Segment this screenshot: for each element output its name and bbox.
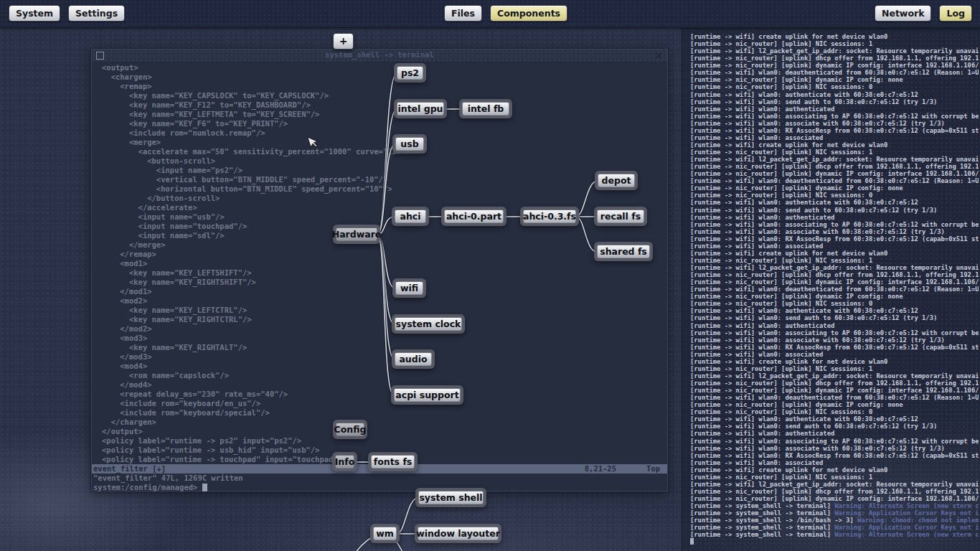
log-line: [runtime -> wifi] wlan0: authenticate wi… <box>690 415 979 423</box>
graph-node-label: ahci <box>395 209 426 223</box>
graph-node-label: usb <box>395 137 424 151</box>
topbar-button-network[interactable]: Network <box>875 5 932 22</box>
log-cursor <box>690 538 694 545</box>
graph-node-acpi_support[interactable]: acpi support <box>391 385 463 405</box>
log-line: [runtime -> nic_router] [uplink] NIC ses… <box>690 83 979 90</box>
log-line: [runtime -> wifi] l2_packet_get_ip_addr:… <box>690 264 979 271</box>
terminal-text[interactable]: <output> <chargen> <remap> <key name="KE… <box>92 62 667 464</box>
log-line: [runtime -> nic_router] [uplink] NIC ses… <box>690 365 979 372</box>
graph-node-fonts_fs[interactable]: fonts fs <box>368 452 418 471</box>
log-line: [runtime -> wifi] wlan0: send auth to 60… <box>690 98 979 105</box>
log-line: [runtime -> wifi] wlan0: send auth to 60… <box>690 314 979 321</box>
graph-node-ahci[interactable]: ahci <box>392 207 429 226</box>
log-line: [runtime -> nic_router] [uplink] NIC ses… <box>690 257 979 264</box>
graph-node-hardware[interactable]: Hardware <box>333 225 380 244</box>
graph-node-wm[interactable]: wm <box>370 524 400 543</box>
log-line: [runtime -> wifi] create uplink for net … <box>690 33 979 40</box>
log-line: [runtime -> nic_router] [uplink] dynamic… <box>690 401 979 408</box>
graph-node-label: wifi <box>395 281 423 295</box>
graph-node-system_shell[interactable]: system shell <box>415 488 486 507</box>
log-line: [runtime -> nic_router] [uplink] NIC ses… <box>690 300 979 307</box>
topbar-button-settings[interactable]: Settings <box>68 5 125 22</box>
graph-node-label: recall fs <box>597 209 644 223</box>
log-line: [runtime -> wifi] create uplink for net … <box>690 250 979 257</box>
graph-node-label: acpi support <box>394 388 461 402</box>
log-line: [runtime -> wifi] l2_packet_get_ip_addr:… <box>690 372 979 380</box>
graph-node-window_layouter[interactable]: window layouter <box>415 524 501 543</box>
graph-node-ps2[interactable]: ps2 <box>394 63 426 83</box>
log-line: [runtime -> wifi] wlan0: authenticate wi… <box>690 91 979 98</box>
log-line: [runtime -> nic_router] [uplink] dhcp of… <box>690 55 979 62</box>
log-line: [runtime -> nic_router] [uplink] NIC ses… <box>690 149 979 156</box>
topbar-button-system[interactable]: System <box>9 5 60 22</box>
statusbar-scroll-state: Top <box>646 464 660 474</box>
log-line: [runtime -> wifi] create uplink for net … <box>690 466 979 474</box>
log-line: [runtime -> wifi] wlan0: associated <box>690 242 979 250</box>
log-line: [runtime -> nic_router] [uplink] dhcp of… <box>690 488 979 495</box>
log-line: [runtime -> wifi] wlan0: associate with … <box>690 445 979 452</box>
topbar-button-components[interactable]: Components <box>490 5 567 22</box>
graph-node-info[interactable]: Info <box>332 452 357 471</box>
log-line: [runtime -> wifi] l2_packet_get_ip_addr:… <box>690 47 979 55</box>
log-line: [runtime -> wifi] wlan0: RX AssocResp fr… <box>690 344 979 351</box>
log-line: [runtime -> wifi] wlan0: send auth to 60… <box>690 207 979 214</box>
log-line: [runtime -> nic_router] [uplink] dynamic… <box>690 62 979 69</box>
graph-node-ahci_0_3_fs[interactable]: ahci-0.3.fs <box>520 207 579 226</box>
graph-node-label: ahci-0.3.fs <box>523 209 576 223</box>
log-line: [runtime -> nic_router] [uplink] dhcp of… <box>690 163 979 170</box>
graph-node-label: shared fs <box>597 245 650 258</box>
graph-node-label: fonts fs <box>371 455 415 468</box>
graph-node-recall_fs[interactable]: recall fs <box>594 207 647 226</box>
log-line: [runtime -> nic_router] [uplink] dynamic… <box>690 293 979 300</box>
log-line: [runtime -> nic_router] [uplink] NIC ses… <box>690 192 979 199</box>
log-line: [runtime -> wifi] wlan0: associating to … <box>690 329 979 336</box>
log-line: [runtime -> wifi] wlan0: authenticated <box>690 322 979 329</box>
graph-node-audio[interactable]: audio <box>392 349 435 369</box>
graph-node-config[interactable]: Config <box>333 420 367 439</box>
log-line: [runtime -> wifi] wlan0: associated <box>690 351 979 358</box>
terminal-window: system_shell -> terminal × <output> <cha… <box>91 49 668 491</box>
log-line: [runtime -> wifi] wlan0: RX AssocResp fr… <box>690 452 979 459</box>
topbar-button-log[interactable]: Log <box>939 5 972 22</box>
log-line: [runtime -> wifi] wlan0: associate with … <box>690 120 979 127</box>
top-menubar: SystemSettings FilesComponents NetworkLo… <box>0 0 980 28</box>
log-line: [runtime -> wifi] wlan0: associating to … <box>690 113 979 120</box>
topbar-button-files[interactable]: Files <box>444 5 482 22</box>
log-line: [runtime -> wifi] wlan0: deauthenticated… <box>690 177 979 184</box>
log-line: [runtime -> wifi] wlan0: authenticated <box>690 105 979 113</box>
close-icon[interactable]: × <box>654 50 663 61</box>
log-line: [runtime -> wifi] wlan0: authenticate wi… <box>690 199 979 206</box>
log-line: [runtime -> system_shell -> terminal] Wa… <box>690 502 979 509</box>
log-line: [runtime -> system_shell -> terminal] Wa… <box>690 531 979 538</box>
graph-node-label: audio <box>395 352 432 366</box>
statusbar-filename: event_filter [+] <box>93 464 166 474</box>
graph-node-label: intel gpu <box>397 102 444 116</box>
graph-node-intel_gpu[interactable]: intel gpu <box>394 99 447 118</box>
log-line: [runtime -> wifi] create uplink for net … <box>690 358 979 365</box>
shell-prompt[interactable]: system:/config/managed> <box>92 483 667 492</box>
log-line: [runtime -> wifi] wlan0: associate with … <box>690 336 979 344</box>
graph-node-usb[interactable]: usb <box>392 134 427 154</box>
graph-node-system_clock[interactable]: system clock <box>392 314 465 334</box>
log-line: [runtime -> wifi] wlan0: deauthenticated… <box>690 394 979 401</box>
graph-node-depot[interactable]: depot <box>595 171 638 190</box>
graph-node-intel_fb[interactable]: intel fb <box>459 99 512 118</box>
graph-node-label: Info <box>335 455 354 468</box>
window-titlebar[interactable]: system_shell -> terminal × <box>92 50 667 62</box>
graph-add-node-button[interactable]: + <box>333 33 354 50</box>
log-line: [runtime -> nic_router] [uplink] dynamic… <box>690 170 979 177</box>
graph-node-label: window layouter <box>418 527 499 540</box>
graph-node-label: ahci-0.part <box>444 209 504 223</box>
graph-node-wifi[interactable]: wifi <box>392 278 426 298</box>
editor-message: "event_filter" 47L, 1269C written <box>92 474 667 483</box>
log-line: [runtime -> system_shell -> terminal] Wa… <box>690 509 979 517</box>
log-line: [runtime -> wifi] wlan0: associated <box>690 134 979 141</box>
graph-node-shared_fs[interactable]: shared fs <box>594 242 653 261</box>
log-line: [runtime -> system_shell -> terminal] Wa… <box>690 524 979 531</box>
log-line: [runtime -> nic_router] [uplink] dhcp of… <box>690 380 979 387</box>
log-line: [runtime -> nic_router] [uplink] dynamic… <box>690 278 979 286</box>
log-line: [runtime -> wifi] create uplink for net … <box>690 141 979 149</box>
log-line: [runtime -> wifi] wlan0: associating to … <box>690 438 979 445</box>
graph-node-ahci_0_part[interactable]: ahci-0.part <box>441 207 507 226</box>
log-line: [runtime -> wifi] wlan0: associating to … <box>690 221 979 228</box>
